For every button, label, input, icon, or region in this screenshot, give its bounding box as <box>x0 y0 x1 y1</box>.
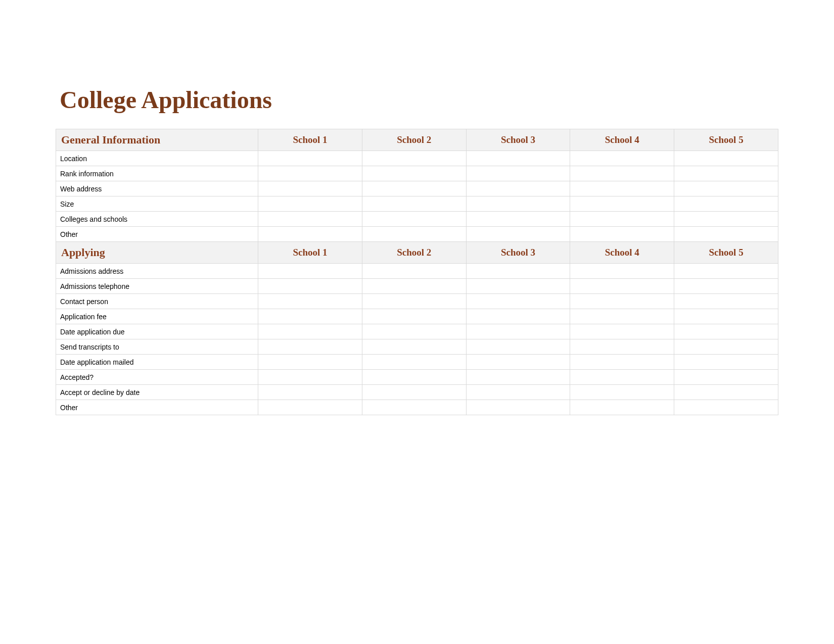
data-cell <box>258 309 362 324</box>
table-row: Admissions telephone <box>56 279 778 294</box>
data-cell <box>258 227 362 242</box>
row-label: Admissions telephone <box>56 279 258 294</box>
row-label: Other <box>56 227 258 242</box>
data-cell <box>674 309 778 324</box>
data-cell <box>258 324 362 339</box>
section-header-row: General InformationSchool 1School 2Schoo… <box>56 129 778 151</box>
data-cell <box>570 196 674 212</box>
data-cell <box>674 196 778 212</box>
row-label: Accept or decline by date <box>56 385 258 400</box>
data-cell <box>466 166 570 181</box>
data-cell <box>466 355 570 370</box>
data-cell <box>258 294 362 309</box>
school-column-header: School 5 <box>674 242 778 264</box>
data-cell <box>674 212 778 227</box>
data-cell <box>362 279 466 294</box>
row-label: Send transcripts to <box>56 339 258 355</box>
page-title: College Applications <box>60 86 778 114</box>
table-row: Application fee <box>56 309 778 324</box>
table-row: Accepted? <box>56 370 778 385</box>
data-cell <box>570 181 674 196</box>
data-cell <box>674 151 778 166</box>
data-cell <box>362 370 466 385</box>
data-cell <box>362 151 466 166</box>
data-cell <box>466 196 570 212</box>
data-cell <box>258 166 362 181</box>
data-cell <box>466 370 570 385</box>
data-cell <box>466 339 570 355</box>
row-label: Size <box>56 196 258 212</box>
data-cell <box>362 212 466 227</box>
school-column-header: School 3 <box>466 242 570 264</box>
data-cell <box>466 279 570 294</box>
table-row: Web address <box>56 181 778 196</box>
data-cell <box>674 370 778 385</box>
data-cell <box>570 339 674 355</box>
table-row: Contact person <box>56 294 778 309</box>
data-cell <box>674 339 778 355</box>
data-cell <box>362 181 466 196</box>
data-cell <box>466 212 570 227</box>
data-cell <box>466 385 570 400</box>
table-row: Size <box>56 196 778 212</box>
school-column-header: School 4 <box>570 242 674 264</box>
data-cell <box>570 355 674 370</box>
data-cell <box>570 400 674 415</box>
row-label: Accepted? <box>56 370 258 385</box>
data-cell <box>362 227 466 242</box>
data-cell <box>466 227 570 242</box>
data-cell <box>570 212 674 227</box>
section-header-row: ApplyingSchool 1School 2School 3School 4… <box>56 242 778 264</box>
data-cell <box>570 324 674 339</box>
data-cell <box>258 181 362 196</box>
data-cell <box>466 309 570 324</box>
data-cell <box>258 339 362 355</box>
data-cell <box>674 355 778 370</box>
data-cell <box>674 181 778 196</box>
data-cell <box>362 264 466 279</box>
table-row: Location <box>56 151 778 166</box>
data-cell <box>466 324 570 339</box>
table-row: Colleges and schools <box>56 212 778 227</box>
row-label: Colleges and schools <box>56 212 258 227</box>
data-cell <box>570 227 674 242</box>
table-row: Date application mailed <box>56 355 778 370</box>
data-cell <box>466 181 570 196</box>
data-cell <box>362 400 466 415</box>
row-label: Date application mailed <box>56 355 258 370</box>
data-cell <box>570 309 674 324</box>
data-cell <box>674 227 778 242</box>
data-cell <box>362 294 466 309</box>
data-cell <box>570 279 674 294</box>
data-cell <box>466 400 570 415</box>
school-column-header: School 5 <box>674 129 778 151</box>
school-column-header: School 4 <box>570 129 674 151</box>
row-label: Rank information <box>56 166 258 181</box>
data-cell <box>466 264 570 279</box>
row-label: Contact person <box>56 294 258 309</box>
data-cell <box>258 400 362 415</box>
data-cell <box>362 166 466 181</box>
table-row: Admissions address <box>56 264 778 279</box>
data-cell <box>674 400 778 415</box>
table-row: Send transcripts to <box>56 339 778 355</box>
data-cell <box>362 324 466 339</box>
data-cell <box>258 279 362 294</box>
row-label: Date application due <box>56 324 258 339</box>
school-column-header: School 2 <box>362 242 466 264</box>
table-row: Other <box>56 227 778 242</box>
data-cell <box>258 196 362 212</box>
data-cell <box>258 212 362 227</box>
row-label: Application fee <box>56 309 258 324</box>
table-row: Accept or decline by date <box>56 385 778 400</box>
data-cell <box>362 196 466 212</box>
row-label: Other <box>56 400 258 415</box>
table-row: Other <box>56 400 778 415</box>
row-label: Web address <box>56 181 258 196</box>
table-row: Rank information <box>56 166 778 181</box>
data-cell <box>570 151 674 166</box>
table-row: Date application due <box>56 324 778 339</box>
data-cell <box>258 355 362 370</box>
data-cell <box>674 324 778 339</box>
school-column-header: School 1 <box>258 129 362 151</box>
